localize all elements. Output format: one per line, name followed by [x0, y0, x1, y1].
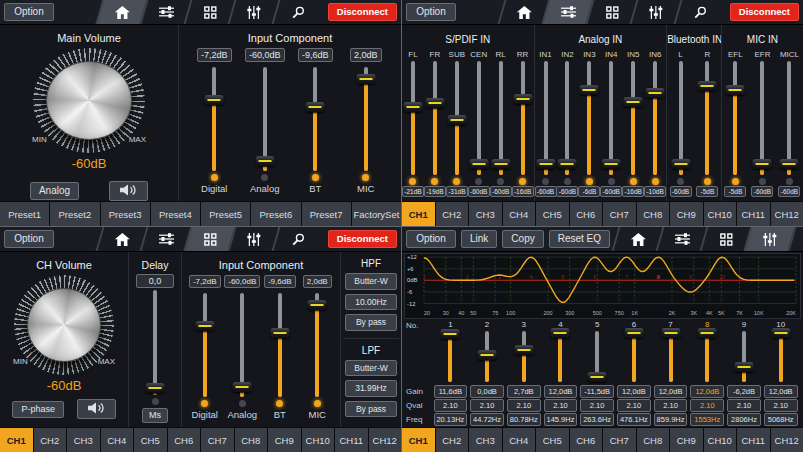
grid-icon[interactable] — [183, 0, 234, 24]
channel-tab-ch10[interactable]: CH10 — [302, 428, 335, 452]
fl-level-slider[interactable] — [403, 61, 423, 175]
channel-tab-ch10[interactable]: CH10 — [704, 428, 737, 452]
channel-tab-ch1[interactable]: CH1 — [402, 428, 435, 452]
eq-band-4-qval-value[interactable]: 2.10 — [544, 399, 578, 412]
channel-tab-ch3[interactable]: CH3 — [67, 428, 100, 452]
l-level-slider[interactable] — [671, 61, 691, 175]
eq-band-3-gain-value[interactable]: 2,7dB — [507, 385, 541, 398]
mute-button[interactable] — [109, 181, 148, 201]
mixer-icon[interactable] — [656, 227, 707, 251]
knob-cap[interactable] — [46, 61, 132, 140]
channel-tab-ch10[interactable]: CH10 — [704, 202, 737, 226]
disconnect-button[interactable]: Disconnect — [328, 230, 397, 248]
eq-band-9-qval-value[interactable]: 2.10 — [727, 399, 761, 412]
eq-band-9-gain-value[interactable]: -6,2dB — [727, 385, 761, 398]
option-button[interactable]: Option — [406, 3, 456, 21]
eq-band-3-gain-slider-thumb[interactable] — [514, 345, 533, 355]
delay-slider[interactable] — [145, 290, 165, 395]
sub-level-slider[interactable] — [447, 61, 467, 175]
cen-level-slider[interactable] — [469, 61, 489, 175]
hpf-freq-button[interactable]: 10.00Hz — [345, 294, 397, 311]
eq-band-5-gain-slider[interactable] — [587, 331, 607, 382]
eq-band-3-qval-value[interactable]: 2.10 — [507, 399, 541, 412]
eq-band-8-gain-slider[interactable] — [697, 331, 717, 382]
channel-tab-ch9[interactable]: CH9 — [268, 428, 301, 452]
knob-cap[interactable] — [27, 288, 101, 362]
channel-tab-ch11[interactable]: CH11 — [737, 428, 770, 452]
bt-level-slider[interactable] — [305, 67, 325, 171]
channel-tab-ch4[interactable]: CH4 — [503, 202, 536, 226]
eq-band-2-gain-slider-thumb[interactable] — [478, 350, 497, 360]
channel-tab-ch12[interactable]: CH12 — [771, 202, 803, 226]
eq-band-10-qval-value[interactable]: 2.10 — [764, 399, 798, 412]
delay-slider-track[interactable] — [153, 290, 157, 395]
channel-tab-ch8[interactable]: CH8 — [637, 428, 670, 452]
in5-level-slider-thumb[interactable] — [624, 97, 643, 107]
eq-band-8-gain-value[interactable]: 12,0dB — [690, 385, 724, 398]
eq-band-6-freq-value[interactable]: 476.1Hz — [617, 413, 651, 426]
channel-tab-ch3[interactable]: CH3 — [469, 428, 502, 452]
main-volume-knob[interactable]: MIN MAX — [33, 48, 145, 153]
channel-tab-ch11[interactable]: CH11 — [335, 428, 368, 452]
faders-icon[interactable] — [629, 0, 680, 24]
in2-level-slider-thumb[interactable] — [558, 159, 577, 169]
channel-tab-ch4[interactable]: CH4 — [101, 428, 134, 452]
micl-level-slider-thumb[interactable] — [780, 159, 799, 169]
home-icon[interactable] — [95, 227, 146, 251]
reset-eq-button[interactable]: Reset EQ — [549, 230, 610, 248]
channel-tab-ch8[interactable]: CH8 — [637, 202, 670, 226]
rr-level-slider[interactable] — [513, 61, 533, 175]
grid-icon[interactable] — [183, 227, 234, 251]
in4-level-slider-thumb[interactable] — [602, 159, 621, 169]
channel-tab-ch7[interactable]: CH7 — [201, 428, 234, 452]
mixer-icon[interactable] — [541, 0, 592, 24]
eq-band-2-qval-value[interactable]: 2.10 — [470, 399, 504, 412]
preset-tab-factoryset[interactable]: FactorySet — [352, 202, 401, 226]
channel-tab-ch1[interactable]: CH1 — [402, 202, 435, 226]
delay-unit-button[interactable]: Ms — [142, 408, 168, 423]
channel-tab-ch6[interactable]: CH6 — [570, 428, 603, 452]
in6-level-slider[interactable] — [645, 61, 665, 175]
tune-icon[interactable] — [673, 0, 724, 24]
faders-icon[interactable] — [227, 227, 278, 251]
channel-tab-ch11[interactable]: CH11 — [737, 202, 770, 226]
tune-icon[interactable] — [271, 227, 322, 251]
mic-level-slider-thumb[interactable] — [356, 74, 375, 84]
eq-band-10-gain-value[interactable]: 12,0dB — [764, 385, 798, 398]
channel-tab-ch8[interactable]: CH8 — [235, 428, 268, 452]
preset-tab-preset3[interactable]: Preset3 — [101, 202, 150, 226]
delay-slider-thumb[interactable] — [146, 383, 165, 393]
in2-level-slider[interactable] — [557, 61, 577, 175]
disconnect-button[interactable]: Disconnect — [730, 3, 799, 21]
hpf-bypass-button[interactable]: By pass — [345, 314, 397, 331]
eq-band-7-gain-slider[interactable] — [661, 331, 681, 382]
mixer-icon[interactable] — [139, 227, 190, 251]
channel-tab-ch6[interactable]: CH6 — [168, 428, 201, 452]
channel-tab-ch2[interactable]: CH2 — [436, 428, 469, 452]
channel-tab-ch9[interactable]: CH9 — [670, 428, 703, 452]
eq-band-7-qval-value[interactable]: 2.10 — [654, 399, 688, 412]
disconnect-button[interactable]: Disconnect — [328, 3, 397, 21]
faders-icon[interactable] — [227, 0, 278, 24]
phase-button[interactable]: P-phase — [12, 401, 64, 418]
eq-band-7-gain-slider-thumb[interactable] — [661, 328, 680, 338]
channel-tab-ch9[interactable]: CH9 — [670, 202, 703, 226]
hpf-type-button[interactable]: Butter-W — [345, 273, 397, 290]
preset-tab-preset5[interactable]: Preset5 — [201, 202, 250, 226]
lpf-bypass-button[interactable]: By pass — [345, 401, 397, 418]
eq-band-9-freq-value[interactable]: 2806Hz — [727, 413, 761, 426]
eq-band-4-gain-slider[interactable] — [550, 331, 570, 382]
eq-band-10-freq-value[interactable]: 5068Hz — [764, 413, 798, 426]
digital-level-slider[interactable] — [195, 293, 215, 397]
eq-band-1-freq-value[interactable]: 20.13Hz — [434, 413, 468, 426]
eq-band-3-freq-value[interactable]: 80.78Hz — [507, 413, 541, 426]
channel-tab-ch7[interactable]: CH7 — [603, 202, 636, 226]
eq-band-6-gain-value[interactable]: 12,0dB — [617, 385, 651, 398]
eq-band-5-freq-value[interactable]: 263.6Hz — [580, 413, 614, 426]
bt-level-slider-thumb[interactable] — [306, 102, 325, 112]
home-icon[interactable] — [95, 0, 146, 24]
eq-band-3-gain-slider[interactable] — [514, 331, 534, 382]
analog-level-slider-thumb[interactable] — [233, 382, 252, 392]
channel-tab-ch1[interactable]: CH1 — [0, 428, 33, 452]
copy-button[interactable]: Copy — [502, 230, 543, 248]
